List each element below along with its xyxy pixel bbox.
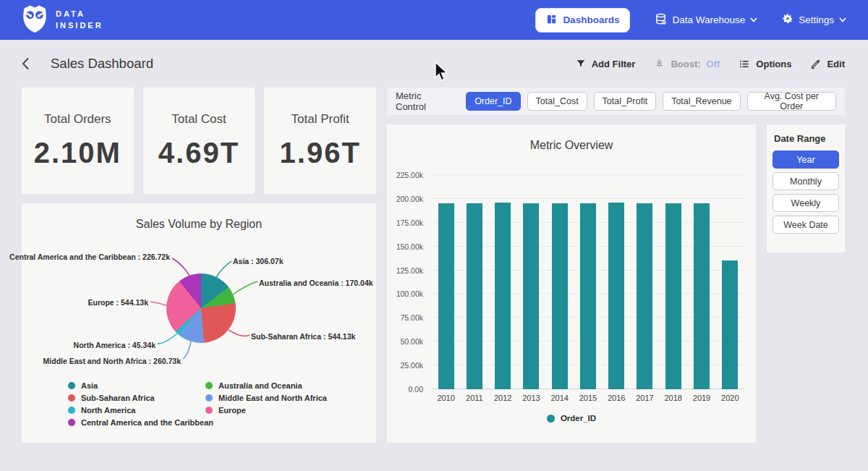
kpi-card: Total Orders2.10M (22, 88, 134, 194)
leader-line (183, 341, 191, 359)
legend-name: Central America and the Caribbean (81, 418, 213, 427)
x-tick-label: 2013 (519, 394, 543, 402)
x-tick-label: 2018 (661, 394, 686, 402)
owl-logo-icon (22, 4, 48, 36)
pie-label-central-america-and-the-caribbean: Central America and the Caribbean : 226.… (9, 253, 170, 261)
leader-line (233, 281, 258, 294)
y-tick-label: 125.00k (396, 266, 423, 275)
bar-2011[interactable] (467, 203, 482, 389)
top-navbar: DATA INSIDER Dashboards Data Warehouse (0, 0, 868, 40)
legend-name: Asia (81, 381, 98, 390)
rocket-icon (654, 59, 665, 69)
y-tick-label: 75.00k (400, 313, 423, 322)
bar-2019[interactable] (694, 203, 710, 389)
bar-chart-legend[interactable]: Order_ID (387, 414, 756, 423)
bar-chart-panel: Metric Overview 0.0025.00k50.00k75.00k10… (387, 124, 756, 443)
pie-label-asia: Asia : 306.07k (233, 257, 283, 266)
kpi-label: Total Profit (292, 112, 349, 127)
nav-data-warehouse[interactable]: Data Warehouse (655, 13, 757, 27)
kpi-card: Total Profit1.96T (264, 88, 376, 194)
boost-toggle[interactable]: Boost:Off (654, 59, 720, 69)
metric-button-total-cost[interactable]: Total_Cost (527, 92, 587, 111)
edit-button[interactable]: Edit (810, 59, 845, 69)
bar-2010[interactable] (438, 203, 454, 389)
metric-button-avg-cost-per-order[interactable]: Avg. Cost per Order (747, 92, 836, 111)
pie-legend-column: AsiaSub-Saharan AfricaNorth AmericaCentr… (68, 381, 213, 427)
y-tick-label: 0.00 (409, 385, 423, 394)
y-tick-label: 150.00k (396, 242, 423, 251)
leader-line (172, 258, 190, 276)
kpi-card: Total Cost4.69T (143, 88, 255, 194)
brand: DATA INSIDER (22, 4, 103, 36)
bar-2017[interactable] (637, 203, 652, 389)
y-axis: 0.0025.00k50.00k75.00k100.00k125.00k150.… (387, 175, 426, 389)
pie-legend-item-australia-and-oceania[interactable]: Australia and Oceania (205, 381, 327, 390)
bar-chart-title: Metric Overview (387, 124, 756, 152)
nav-dashboards-label: Dashboards (563, 14, 619, 25)
pie-legend-item-north-america[interactable]: North America (68, 406, 213, 415)
bar-2020[interactable] (722, 260, 738, 389)
add-filter-button[interactable]: Add Filter (576, 59, 636, 69)
pie-label-north-america: North America : 45.34k (74, 341, 156, 349)
leader-line (216, 261, 231, 277)
metric-control-label: Metric Control (396, 90, 453, 112)
pie-chart-title: Sales Volume by Region (22, 203, 376, 231)
pie-legend-item-central-america-and-the-caribbean[interactable]: Central America and the Caribbean (68, 418, 213, 427)
y-tick-label: 200.00k (396, 195, 423, 203)
pie-chart[interactable] (166, 273, 236, 343)
kpi-row: Total Orders2.10MTotal Cost4.69TTotal Pr… (22, 88, 376, 194)
date-range-button-monthly[interactable]: Monthly (773, 172, 839, 190)
pie-label-middle-east-and-north-africa: Middle East and North Africa : 260.73k (43, 357, 181, 365)
bars-container (432, 175, 744, 389)
pie-legend-item-europe[interactable]: Europe (205, 406, 327, 415)
back-button[interactable] (22, 57, 35, 70)
date-range-button-year[interactable]: Year (773, 150, 839, 169)
y-tick-label: 25.00k (400, 361, 423, 370)
bar-2013[interactable] (523, 203, 539, 389)
pie-legend-column: Australia and OceaniaMiddle East and Nor… (205, 381, 327, 415)
legend-dot (68, 407, 75, 414)
date-range-button-weekly[interactable]: Weekly (773, 194, 839, 212)
gear-icon (782, 13, 793, 27)
date-range-button-week-date[interactable]: Week Date (773, 216, 839, 234)
pie-legend-item-sub-saharan-africa[interactable]: Sub-Saharan Africa (68, 394, 213, 402)
pie-chart-panel: Sales Volume by Region Asia : 306.07kAus… (22, 203, 376, 443)
nav-settings-label: Settings (799, 14, 834, 25)
bar-2016[interactable] (608, 203, 624, 389)
bar-2014[interactable] (552, 203, 568, 389)
pie-legend-item-asia[interactable]: Asia (68, 381, 213, 390)
leader-line (158, 334, 177, 344)
x-tick-label: 2011 (462, 394, 487, 402)
bar-2012[interactable] (495, 203, 511, 389)
database-icon (655, 13, 667, 27)
legend-dot (205, 382, 213, 389)
page-header: Sales Dashboard Add Filter Boost:Off Opt… (0, 40, 868, 88)
kpi-value: 2.10M (34, 137, 122, 169)
pie-label-sub-saharan-africa: Sub-Saharan Africa : 544.13k (251, 332, 355, 341)
bar-2018[interactable] (665, 203, 681, 389)
legend-name: Sub-Saharan Africa (81, 394, 155, 402)
legend-name: North America (81, 406, 135, 415)
legend-dot (68, 394, 75, 402)
legend-name: Australia and Oceania (218, 381, 302, 390)
y-tick-label: 100.00k (396, 289, 423, 298)
nav-settings[interactable]: Settings (782, 13, 846, 27)
nav-dashboards-button[interactable]: Dashboards (535, 8, 630, 33)
chevron-down-icon (839, 17, 846, 22)
options-button[interactable]: Options (739, 59, 791, 69)
metric-button-total-revenue[interactable]: Total_Revenue (663, 92, 740, 111)
x-tick-label: 2012 (490, 394, 515, 402)
date-range-label: Date Range (774, 133, 839, 144)
bar-2015[interactable] (580, 203, 596, 389)
pie-legend-item-middle-east-and-north-africa[interactable]: Middle East and North Africa (205, 394, 327, 402)
x-tick-label: 2015 (576, 394, 600, 402)
metric-button-total-profit[interactable]: Total_Profit (594, 92, 657, 111)
metric-button-order-id[interactable]: Order_ID (466, 92, 520, 111)
metric-control-bar: Metric Control Order_IDTotal_CostTotal_P… (387, 88, 845, 115)
leader-line (229, 330, 250, 336)
pie-label-europe: Europe : 544.13k (88, 298, 148, 307)
nav-data-warehouse-label: Data Warehouse (672, 14, 745, 25)
y-tick-label: 175.00k (396, 218, 423, 227)
legend-name: Europe (218, 406, 246, 415)
pie-label-australia-and-oceania: Australia and Oceania : 170.04k (259, 279, 373, 287)
